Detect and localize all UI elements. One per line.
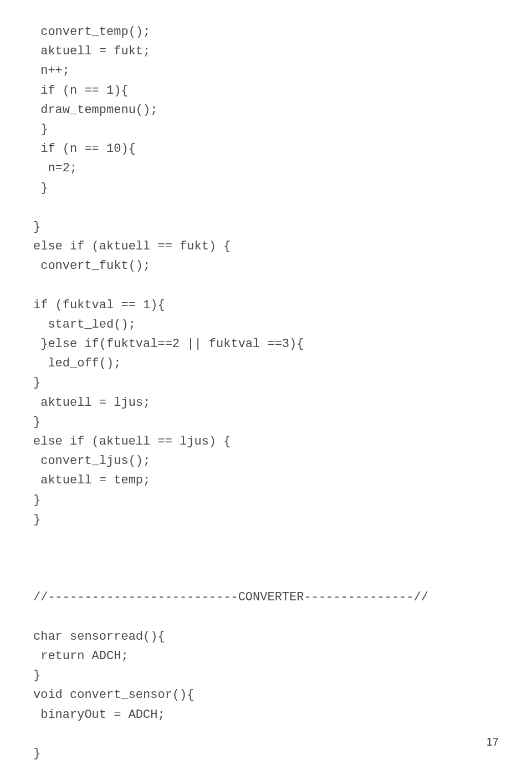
document-page: convert_temp(); aktuell = fukt; n++; if … — [0, 0, 532, 765]
page-number: 17 — [487, 736, 499, 748]
code-block: convert_temp(); aktuell = fukt; n++; if … — [33, 22, 499, 763]
